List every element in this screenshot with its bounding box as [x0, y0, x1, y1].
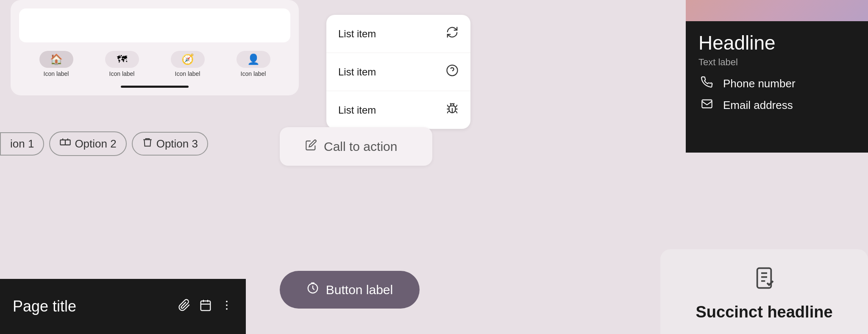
button-label-text: Button label	[326, 283, 393, 297]
chip-option1[interactable]: ion 1	[0, 132, 44, 156]
chip-option3[interactable]: Option 3	[132, 132, 208, 156]
card-headline: Succinct headline	[696, 303, 832, 321]
nav-item-profile[interactable]: 👤 Icon label	[236, 51, 270, 77]
svg-point-8	[226, 301, 228, 302]
list-card: List item List item List item	[326, 15, 470, 129]
more-icon[interactable]	[220, 299, 233, 315]
bottom-right-card: Succinct headline	[660, 249, 868, 334]
nav-icon-bg-home: 🏠	[39, 51, 73, 68]
edit-icon	[305, 139, 317, 154]
profile-icon: 👤	[247, 53, 260, 65]
chip-option2-icon	[59, 136, 71, 151]
chip-option3-icon	[142, 137, 153, 150]
timer-icon	[306, 282, 319, 298]
cta-label: Call to action	[324, 139, 397, 154]
refresh-icon	[446, 26, 459, 42]
compass-icon: 🧭	[181, 53, 194, 65]
svg-rect-4	[201, 301, 211, 311]
phone-icon	[698, 76, 715, 91]
svg-rect-1	[65, 140, 70, 145]
bottom-nav-icons: 🏠 Icon label 🗺 Icon label 🧭 Icon label 👤…	[19, 51, 290, 81]
white-area	[19, 8, 290, 42]
card-icon	[752, 266, 776, 295]
nav-label-compass: Icon label	[175, 70, 200, 77]
nav-label-map: Icon label	[109, 70, 135, 77]
profile-info: Headline Text label Phone number Email a…	[686, 21, 868, 130]
chip-row: ion 1 Option 2 Option 3	[0, 131, 208, 156]
list-item-2[interactable]: List item	[326, 53, 470, 91]
svg-rect-0	[61, 140, 66, 145]
svg-rect-14	[702, 100, 712, 108]
profile-headline: Headline	[698, 31, 855, 54]
svg-point-10	[226, 308, 228, 309]
bug-icon	[446, 102, 459, 118]
page-title-bar: Page title	[0, 279, 246, 334]
svg-point-9	[226, 304, 228, 306]
nav-item-compass[interactable]: 🧭 Icon label	[171, 51, 205, 77]
profile-image	[686, 0, 868, 21]
chip-option3-label: Option 3	[156, 137, 198, 150]
bottom-nav-card: 🏠 Icon label 🗺 Icon label 🧭 Icon label 👤…	[11, 0, 299, 95]
nav-icon-bg-profile: 👤	[236, 51, 270, 68]
phone-contact[interactable]: Phone number	[698, 76, 855, 91]
nav-item-home[interactable]: 🏠 Icon label	[39, 51, 73, 77]
chip-option2[interactable]: Option 2	[49, 131, 126, 156]
email-icon	[698, 98, 715, 113]
phone-number-text: Phone number	[723, 77, 796, 90]
profile-image-decoration	[686, 0, 868, 21]
list-item-2-label: List item	[338, 66, 376, 78]
nav-icon-bg-compass: 🧭	[171, 51, 205, 68]
chip-option1-label: ion 1	[10, 137, 34, 150]
list-item-1[interactable]: List item	[326, 15, 470, 53]
email-contact[interactable]: Email address	[698, 98, 855, 113]
nav-label-home: Icon label	[44, 70, 69, 77]
profile-text-label: Text label	[698, 57, 855, 68]
button-label-btn[interactable]: Button label	[280, 271, 420, 309]
page-title: Page title	[13, 298, 170, 315]
map-icon: 🗺	[117, 53, 127, 65]
calendar-icon[interactable]	[199, 299, 212, 315]
nav-indicator	[121, 86, 189, 88]
cta-button[interactable]: Call to action	[280, 127, 432, 166]
list-item-3[interactable]: List item	[326, 91, 470, 129]
list-item-3-label: List item	[338, 104, 376, 116]
list-item-1-label: List item	[338, 28, 376, 40]
profile-card: Headline Text label Phone number Email a…	[686, 0, 868, 153]
help-icon	[446, 64, 459, 80]
nav-item-map[interactable]: 🗺 Icon label	[105, 51, 139, 77]
nav-icon-bg-map: 🗺	[105, 51, 139, 68]
svg-point-11	[447, 65, 458, 76]
chip-option2-label: Option 2	[75, 137, 116, 150]
attachment-icon[interactable]	[178, 299, 191, 315]
email-address-text: Email address	[723, 99, 793, 112]
nav-label-profile: Icon label	[241, 70, 266, 77]
page-title-icons	[178, 299, 233, 315]
home-icon: 🏠	[50, 53, 63, 65]
